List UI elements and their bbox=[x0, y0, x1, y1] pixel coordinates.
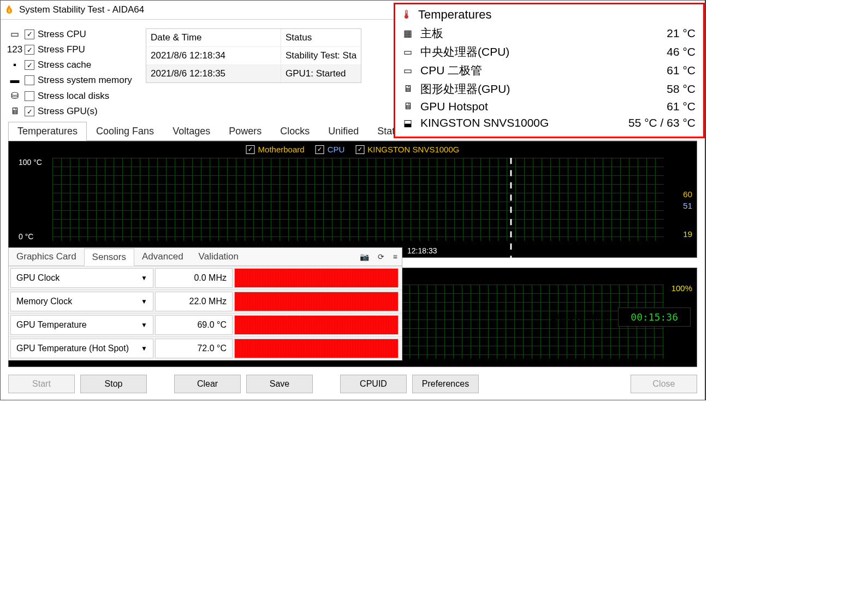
temp-label: 主板 bbox=[420, 26, 443, 41]
legend-label: KINGSTON SNVS1000G bbox=[367, 145, 459, 154]
refresh-icon[interactable]: ⟳ bbox=[373, 252, 389, 261]
gpuz-tab-graphics-card[interactable]: Graphics Card bbox=[9, 249, 84, 265]
cpu-right-label: 100% bbox=[671, 283, 692, 293]
temp-row: ▦主板21 °C bbox=[401, 24, 695, 43]
sensor-row[interactable]: Memory Clock▼22.0 MHz bbox=[9, 289, 402, 313]
temp-label: 图形处理器(GPU) bbox=[420, 81, 510, 97]
y-axis-top: 100 °C bbox=[19, 158, 42, 167]
sensor-row[interactable]: GPU Temperature (Hot Spot)▼72.0 °C bbox=[9, 336, 402, 360]
chevron-down-icon[interactable]: ▼ bbox=[141, 274, 147, 282]
tab-cooling-fans[interactable]: Cooling Fans bbox=[87, 122, 163, 141]
tab-powers[interactable]: Powers bbox=[219, 122, 271, 141]
chart-value-label: 51 bbox=[683, 201, 692, 210]
temp-row: 🖥图形处理器(GPU)58 °C bbox=[401, 80, 695, 98]
chart-legend: MotherboardCPUKINGSTON SNVS1000G bbox=[246, 145, 460, 154]
chevron-down-icon[interactable]: ▼ bbox=[141, 321, 147, 329]
log-header-status[interactable]: Status bbox=[281, 29, 361, 46]
event-log[interactable]: Date & Time Status 2021/8/6 12:18:34Stab… bbox=[146, 28, 361, 83]
elapsed-time: Elapsed Time: 00:15:36 bbox=[551, 308, 691, 327]
fpu-icon: 123 bbox=[8, 44, 21, 55]
stress-checkbox[interactable] bbox=[25, 91, 34, 101]
sensor-value: 0.0 MHz bbox=[155, 268, 233, 288]
y-axis-bottom: 0 °C bbox=[19, 232, 33, 241]
log-datetime: 2021/8/6 12:18:34 bbox=[146, 47, 281, 64]
log-header-datetime[interactable]: Date & Time bbox=[146, 29, 281, 46]
legend-item[interactable]: KINGSTON SNVS1000G bbox=[355, 145, 459, 154]
tab-temperatures[interactable]: Temperatures bbox=[8, 122, 87, 141]
stress-item-4[interactable]: ⛁Stress local disks bbox=[8, 90, 139, 102]
tab-voltages[interactable]: Voltages bbox=[163, 122, 219, 141]
tab-clocks[interactable]: Clocks bbox=[271, 122, 319, 141]
legend-checkbox[interactable] bbox=[355, 145, 364, 154]
log-status: GPU1: Started bbox=[281, 65, 361, 82]
temp-row: ▭中央处理器(CPU)46 °C bbox=[401, 43, 695, 61]
app-window: System Stability Test - AIDA64 ▭Stress C… bbox=[0, 0, 705, 400]
tab-unified[interactable]: Unified bbox=[319, 122, 368, 141]
log-row[interactable]: 2021/8/6 12:18:34Stability Test: Sta bbox=[146, 46, 361, 64]
stress-checkbox[interactable] bbox=[25, 75, 34, 85]
thermometer-icon: 🌡 bbox=[401, 8, 413, 22]
sensor-name[interactable]: Memory Clock▼ bbox=[10, 292, 153, 311]
overlay-title: Temperatures bbox=[418, 8, 492, 22]
preferences-button[interactable]: Preferences bbox=[412, 375, 479, 393]
mb-icon: ▦ bbox=[401, 28, 415, 39]
sensor-value: 69.0 °C bbox=[155, 315, 233, 335]
cpu-icon: ▭ bbox=[401, 46, 415, 58]
sensor-bar bbox=[234, 315, 399, 335]
sensor-name[interactable]: GPU Clock▼ bbox=[10, 268, 153, 288]
chart-value-label: 60 bbox=[683, 190, 692, 199]
elapsed-label: Elapsed Time: bbox=[551, 312, 610, 323]
log-row[interactable]: 2021/8/6 12:18:35GPU1: Started bbox=[146, 64, 361, 82]
cpuid-button[interactable]: CPUID bbox=[340, 375, 407, 393]
stress-checkbox[interactable] bbox=[25, 29, 34, 39]
temp-value: 58 °C bbox=[630, 82, 695, 96]
legend-item[interactable]: CPU bbox=[316, 145, 345, 154]
stress-checkbox[interactable] bbox=[25, 60, 34, 70]
start-button[interactable]: Start bbox=[8, 375, 75, 393]
temp-row: ⬓KINGSTON SNVS1000G55 °C / 63 °C bbox=[401, 115, 695, 131]
stop-button[interactable]: Stop bbox=[80, 375, 147, 393]
gpuz-tab-sensors[interactable]: Sensors bbox=[84, 249, 134, 266]
gpuz-tab-advanced[interactable]: Advanced bbox=[134, 249, 191, 265]
gpuz-panel[interactable]: Graphics CardSensorsAdvancedValidation📷⟳… bbox=[8, 247, 402, 360]
legend-checkbox[interactable] bbox=[316, 145, 324, 154]
stress-item-0[interactable]: ▭Stress CPU bbox=[8, 28, 139, 40]
camera-icon[interactable]: 📷 bbox=[355, 252, 373, 261]
stress-checkbox[interactable] bbox=[25, 107, 34, 116]
stress-item-5[interactable]: 🖥Stress GPU(s) bbox=[8, 106, 139, 117]
temp-value: 21 °C bbox=[630, 27, 695, 40]
stress-item-1[interactable]: 123Stress FPU bbox=[8, 44, 139, 55]
cpu-icon: ▭ bbox=[8, 28, 21, 40]
sensor-bar bbox=[234, 292, 399, 311]
gpuz-tab-validation[interactable]: Validation bbox=[191, 249, 246, 265]
chevron-down-icon[interactable]: ▼ bbox=[141, 345, 147, 352]
stress-label: Stress local disks bbox=[38, 91, 109, 102]
menu-icon[interactable]: ≡ bbox=[389, 252, 402, 261]
gpu-icon: 🖥 bbox=[401, 101, 415, 112]
save-button[interactable]: Save bbox=[246, 375, 313, 393]
cpu-icon: ▭ bbox=[401, 65, 415, 76]
sensor-row[interactable]: GPU Temperature▼69.0 °C bbox=[9, 313, 402, 336]
stress-item-2[interactable]: ▪Stress cache bbox=[8, 60, 139, 70]
legend-label: Motherboard bbox=[258, 145, 305, 154]
stress-checkbox[interactable] bbox=[25, 45, 34, 55]
log-status: Stability Test: Sta bbox=[281, 47, 361, 64]
stress-options: ▭Stress CPU123Stress FPU▪Stress cache▬St… bbox=[8, 28, 139, 117]
temp-row: ▭CPU 二极管61 °C bbox=[401, 61, 695, 80]
temperature-chart[interactable]: MotherboardCPUKINGSTON SNVS1000G 100 °C … bbox=[8, 141, 697, 258]
stress-item-3[interactable]: ▬Stress system memory bbox=[8, 75, 139, 86]
close-app-button[interactable]: Close bbox=[631, 375, 697, 393]
sensor-row[interactable]: GPU Clock▼0.0 MHz bbox=[9, 266, 402, 289]
clear-button[interactable]: Clear bbox=[174, 375, 241, 393]
chevron-down-icon[interactable]: ▼ bbox=[141, 298, 147, 305]
sensor-bar bbox=[234, 268, 399, 288]
sensor-name[interactable]: GPU Temperature (Hot Spot)▼ bbox=[10, 339, 153, 358]
stress-label: Stress cache bbox=[38, 60, 91, 70]
stress-label: Stress FPU bbox=[38, 44, 85, 55]
temp-value: 55 °C / 63 °C bbox=[628, 116, 695, 129]
temp-label: 中央处理器(CPU) bbox=[420, 44, 509, 60]
legend-checkbox[interactable] bbox=[246, 145, 255, 154]
sensor-name[interactable]: GPU Temperature▼ bbox=[10, 315, 153, 335]
legend-item[interactable]: Motherboard bbox=[246, 145, 305, 154]
chart-value-label: 19 bbox=[683, 229, 692, 239]
